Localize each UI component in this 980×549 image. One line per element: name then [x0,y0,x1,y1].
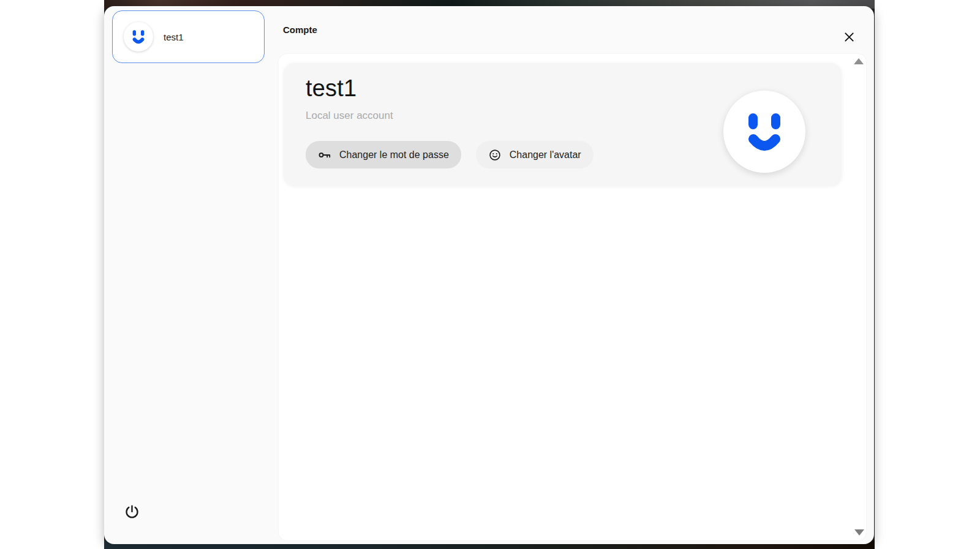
sidebar-user-name: test1 [164,32,184,42]
smiley-face-icon [734,101,795,162]
page-title: Compte [283,25,317,35]
scroll-up-arrow[interactable] [854,58,864,64]
account-actions: Changer le mot de passe Changer l'avatar [306,141,594,168]
power-icon [124,504,140,521]
sidebar: test1 [104,6,279,544]
settings-dialog: test1 Compte test1 Local user account [104,6,874,544]
scroll-down-arrow[interactable] [854,529,864,536]
account-type-label: Local user account [306,110,393,122]
close-button[interactable] [837,25,861,48]
change-avatar-label: Changer l'avatar [510,150,581,161]
close-x-icon [843,31,856,44]
account-name: test1 [306,75,356,102]
sidebar-item-user-test1[interactable]: test1 [112,10,265,63]
change-password-button[interactable]: Changer le mot de passe [306,141,461,168]
desktop-background: test1 Compte test1 Local user account [0,0,980,549]
smiley-face-icon [127,26,149,48]
change-avatar-button[interactable]: Changer l'avatar [476,141,594,168]
power-button[interactable] [119,499,145,525]
smiley-outline-icon [488,148,502,162]
change-password-label: Changer le mot de passe [339,150,449,161]
account-avatar [723,91,805,173]
key-icon [318,148,331,162]
user-avatar [124,22,153,51]
account-card: test1 Local user account Changer le mot … [284,63,842,186]
content-scroll-area: test1 Local user account Changer le mot … [279,54,866,540]
